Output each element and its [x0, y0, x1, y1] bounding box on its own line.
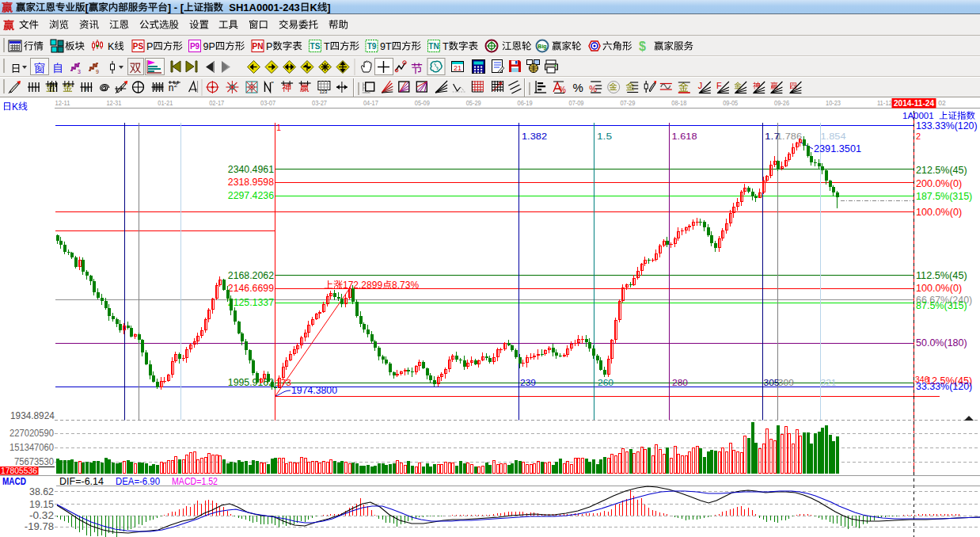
svg-text:2125.1337: 2125.1337	[228, 297, 275, 308]
svg-text:2391.3501: 2391.3501	[814, 143, 861, 154]
svg-text:05-29: 05-29	[466, 99, 481, 107]
svg-text:309: 309	[778, 378, 794, 387]
svg-text:151347060: 151347060	[9, 442, 54, 453]
svg-text:2318.9598: 2318.9598	[228, 177, 275, 188]
svg-text:01-21: 01-21	[158, 99, 173, 107]
svg-text:n: n	[169, 82, 174, 93]
svg-text:MACD: MACD	[2, 476, 26, 487]
svg-text:K: K	[108, 41, 115, 52]
svg-text:112.5%(45): 112.5%(45)	[916, 270, 967, 281]
svg-text:2: 2	[916, 131, 921, 141]
svg-text:212.5%(45): 212.5%(45)	[916, 165, 967, 176]
svg-text:]: ]	[327, 2, 330, 13]
svg-text:04-17: 04-17	[363, 99, 378, 107]
svg-text:2146.6699: 2146.6699	[228, 283, 275, 294]
svg-text:": "	[272, 80, 274, 88]
svg-text:07-29: 07-29	[620, 99, 635, 107]
svg-text:$: $	[639, 40, 646, 53]
svg-text:SH1A0001-243: SH1A0001-243	[223, 2, 300, 13]
svg-text:P: P	[266, 41, 272, 52]
svg-text:1.5: 1.5	[597, 131, 612, 141]
svg-text:-19.78: -19.78	[25, 521, 55, 532]
svg-text:280: 280	[672, 378, 688, 387]
svg-text:2168.2062: 2168.2062	[228, 270, 275, 281]
svg-text:19.15: 19.15	[29, 499, 54, 510]
svg-text:1.786: 1.786	[777, 131, 802, 141]
svg-text:P: P	[146, 41, 153, 52]
svg-text:T: T	[443, 41, 449, 52]
svg-text:200.0%(0): 200.0%(0)	[916, 178, 962, 189]
svg-text:1A0001: 1A0001	[902, 111, 939, 120]
svg-text:10-23: 10-23	[826, 99, 841, 107]
svg-text:P9: P9	[190, 42, 200, 51]
svg-text:J: J	[698, 81, 703, 90]
svg-text:1974.3800: 1974.3800	[291, 385, 337, 396]
svg-text:133.33%(120): 133.33%(120)	[916, 120, 978, 131]
svg-text:1934.8924: 1934.8924	[10, 410, 55, 421]
svg-text:11-12: 11-12	[877, 99, 892, 107]
svg-text:05-09: 05-09	[415, 99, 430, 107]
svg-text:08-18: 08-18	[671, 99, 686, 107]
svg-text:T9: T9	[367, 42, 377, 51]
svg-text:12-31: 12-31	[106, 99, 121, 107]
svg-text:187.5%(315): 187.5%(315)	[916, 191, 972, 202]
svg-text:TS: TS	[310, 42, 321, 51]
svg-text:03-07: 03-07	[260, 99, 275, 107]
svg-text:2014-11-24: 2014-11-24	[894, 98, 934, 108]
svg-text:1.382: 1.382	[522, 131, 547, 141]
svg-text:PS: PS	[133, 42, 144, 51]
svg-text:9P: 9P	[203, 41, 215, 52]
svg-text:PN: PN	[253, 42, 264, 51]
svg-text:07-09: 07-09	[569, 99, 584, 107]
svg-text:33.33%(120): 33.33%(120)	[916, 381, 972, 392]
svg-text:17805536: 17805536	[1, 466, 37, 475]
svg-text:-0.32: -0.32	[29, 510, 54, 521]
svg-text:227020590: 227020590	[9, 428, 54, 439]
svg-text:06-19: 06-19	[518, 99, 533, 107]
svg-text:305: 305	[764, 378, 780, 387]
svg-text:8.73%: 8.73%	[392, 280, 419, 291]
svg-text:239: 239	[520, 378, 536, 387]
svg-text:1.854: 1.854	[821, 131, 847, 141]
svg-text:3: 3	[78, 69, 81, 74]
svg-text:02: 02	[938, 99, 946, 107]
svg-text:] - [: ] - [	[168, 2, 184, 13]
svg-text:09-26: 09-26	[774, 99, 789, 107]
svg-text:%: %	[573, 81, 583, 94]
svg-text:DIF=-6.14: DIF=-6.14	[59, 476, 104, 487]
svg-text:38.62: 38.62	[29, 486, 54, 497]
svg-text:02-17: 02-17	[209, 99, 224, 107]
svg-text:K: K	[310, 2, 317, 13]
svg-text:09-05: 09-05	[723, 99, 738, 107]
svg-text:100.0%(0): 100.0%(0)	[916, 283, 962, 294]
svg-text:321: 321	[821, 378, 837, 387]
svg-text:[: [	[85, 2, 89, 13]
svg-text:50.0%(180): 50.0%(180)	[916, 337, 967, 348]
svg-text:87.5%(315): 87.5%(315)	[916, 300, 967, 311]
svg-text:Big: Big	[537, 44, 546, 50]
svg-text:9: 9	[96, 69, 99, 74]
svg-text:12-11: 12-11	[55, 99, 70, 107]
svg-text:2340.4961: 2340.4961	[228, 164, 275, 175]
svg-text:100.0%(0): 100.0%(0)	[916, 207, 962, 218]
svg-text:1: 1	[276, 123, 281, 132]
svg-text:2297.4236: 2297.4236	[228, 190, 275, 201]
svg-text:DEA=-6.90: DEA=-6.90	[116, 476, 160, 487]
svg-text:MACD=1.52: MACD=1.52	[172, 476, 218, 487]
svg-text:123: 123	[319, 90, 328, 94]
svg-text:F: F	[84, 86, 88, 93]
svg-text:TN: TN	[428, 42, 439, 51]
svg-text:03-27: 03-27	[312, 99, 327, 107]
svg-text:T: T	[324, 41, 330, 52]
svg-text:K: K	[12, 101, 18, 112]
svg-text:21: 21	[454, 64, 462, 72]
svg-text:260: 260	[598, 378, 613, 387]
svg-text:9T: 9T	[380, 41, 392, 52]
svg-text:F: F	[716, 81, 722, 90]
svg-text:1.618: 1.618	[672, 131, 697, 141]
